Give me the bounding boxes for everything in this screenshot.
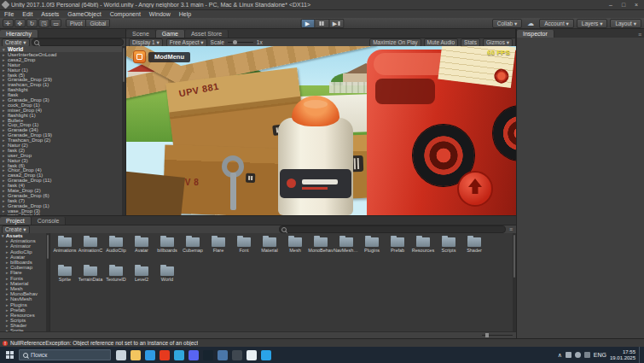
- maximize-button[interactable]: □: [618, 1, 629, 9]
- project-search-input[interactable]: [288, 227, 503, 232]
- folder-item[interactable]: Font: [231, 236, 257, 263]
- tab-hierarchy[interactable]: Hierarchy: [0, 30, 38, 38]
- menu-item[interactable]: Window: [145, 10, 175, 18]
- tray-icon[interactable]: [566, 352, 571, 358]
- panel-menu-icon[interactable]: ≡: [635, 32, 644, 38]
- stats-toggle[interactable]: Stats: [461, 38, 480, 47]
- menu-item[interactable]: File: [0, 10, 18, 18]
- hierarchy-search-input[interactable]: [41, 40, 121, 45]
- unity-logo-icon: [2, 1, 10, 9]
- cloud-services-icon[interactable]: ☁: [525, 19, 537, 28]
- scale-slider[interactable]: [228, 42, 253, 43]
- minimize-button[interactable]: –: [606, 1, 616, 9]
- menu-item[interactable]: Assets: [37, 10, 63, 18]
- collab-dropdown[interactable]: Collab ▾: [492, 19, 523, 28]
- mute-audio-toggle[interactable]: Mute Audio: [424, 38, 459, 47]
- panel-menu-icon[interactable]: ≡: [508, 226, 514, 232]
- pause-button[interactable]: [315, 19, 329, 28]
- hierarchy-create-button[interactable]: Create ▾: [2, 38, 30, 47]
- project-grid-scrollbar[interactable]: [513, 233, 516, 331]
- folder-item[interactable]: billboards: [154, 236, 180, 263]
- pinned-app-icon[interactable]: [247, 350, 257, 360]
- pinned-app-icon[interactable]: [261, 350, 271, 360]
- folder-icon: [84, 266, 97, 276]
- folder-item[interactable]: Shader: [461, 236, 487, 263]
- rect-tool-icon[interactable]: ▭: [50, 19, 61, 27]
- account-dropdown[interactable]: Account ▾: [539, 19, 574, 28]
- folder-icon: [339, 237, 353, 247]
- move-tool-icon[interactable]: ✜: [15, 19, 26, 27]
- folder-item[interactable]: TerrainData: [78, 265, 103, 292]
- scale-tool-icon[interactable]: ◳: [38, 19, 49, 27]
- tab-inspector[interactable]: Inspector: [517, 30, 554, 38]
- close-button[interactable]: ×: [631, 1, 641, 9]
- menu-item[interactable]: GameObject: [63, 10, 105, 18]
- menu-item[interactable]: Edit: [18, 10, 37, 18]
- tray-expand-icon[interactable]: ∧: [558, 347, 562, 363]
- folder-item[interactable]: NavMeshOb: [334, 236, 359, 263]
- maximize-on-play-toggle[interactable]: Maximize On Play: [369, 38, 421, 47]
- hierarchy-scene-row[interactable]: ▾ World: [0, 46, 125, 52]
- project-tree-scrollbar[interactable]: [46, 233, 49, 331]
- folder-item[interactable]: Resources: [410, 236, 436, 263]
- folder-item[interactable]: Level2: [129, 265, 154, 292]
- pivot-toggle[interactable]: Pivot: [66, 19, 86, 27]
- gizmos-dropdown[interactable]: Gizmos ▾: [483, 38, 513, 47]
- pinned-app-icon[interactable]: [174, 350, 184, 360]
- start-button[interactable]: [0, 347, 19, 363]
- pinned-app-icon[interactable]: [145, 350, 155, 360]
- bottle-body: [278, 118, 353, 215]
- pinned-app-icon[interactable]: [203, 350, 213, 360]
- folder-item[interactable]: Prefab: [385, 236, 410, 263]
- language-indicator[interactable]: ENG: [594, 352, 606, 358]
- layout-dropdown[interactable]: Layout ▾: [610, 19, 641, 28]
- folder-item[interactable]: Cubemap: [180, 236, 206, 263]
- folder-item[interactable]: Scripts: [436, 236, 461, 263]
- folder-item[interactable]: Material: [257, 236, 282, 263]
- folder-item[interactable]: Avatar: [129, 236, 154, 263]
- layers-dropdown[interactable]: Layers ▾: [577, 19, 608, 28]
- tray-icon[interactable]: [584, 352, 590, 358]
- menu-item[interactable]: Component: [106, 10, 145, 18]
- jump-button[interactable]: [457, 171, 493, 207]
- tab-console[interactable]: Console: [32, 217, 67, 225]
- menu-item[interactable]: Help: [175, 10, 195, 18]
- tab-project[interactable]: Project: [0, 217, 32, 225]
- pinned-app-icon[interactable]: [116, 350, 126, 360]
- project-create-button[interactable]: Create ▾: [2, 225, 30, 234]
- tray-icon[interactable]: [575, 352, 581, 358]
- folder-item[interactable]: TextureID: [103, 265, 129, 292]
- tab-asset-store[interactable]: Asset Store: [185, 30, 229, 38]
- pinned-app-icon[interactable]: [131, 350, 141, 360]
- folder-item[interactable]: AnimationC: [78, 236, 103, 263]
- hierarchy-scrollbar[interactable]: [122, 46, 125, 215]
- display-dropdown[interactable]: Display 1 ▾: [129, 38, 163, 47]
- rotate-tool-icon[interactable]: ↻: [26, 19, 38, 27]
- taskbar-search[interactable]: Поиск: [19, 349, 111, 360]
- play-button[interactable]: ▶: [300, 19, 315, 28]
- status-bar[interactable]: ! NullReferenceException: Object referen…: [0, 338, 644, 347]
- icon-size-slider[interactable]: [482, 335, 513, 336]
- pinned-app-icon[interactable]: [218, 350, 228, 360]
- pinned-app-icon[interactable]: [160, 350, 170, 360]
- mod-menu-button[interactable]: ModMenu: [133, 50, 190, 63]
- folder-item[interactable]: Mesh: [282, 236, 308, 263]
- folder-item[interactable]: AudioClip: [103, 236, 129, 263]
- pinned-app-icon[interactable]: [189, 350, 199, 360]
- folder-item[interactable]: World: [154, 265, 180, 292]
- folder-item[interactable]: Plugins: [359, 236, 385, 263]
- tab-scene[interactable]: Scene: [126, 30, 156, 38]
- up-arrow-stem: [473, 186, 479, 194]
- pinned-app-icon[interactable]: [232, 350, 242, 360]
- tab-game[interactable]: Game: [156, 30, 185, 38]
- folder-item[interactable]: Animations: [52, 236, 78, 263]
- show-desktop-button[interactable]: [639, 347, 642, 363]
- step-button[interactable]: ▶: [329, 19, 344, 28]
- folder-item[interactable]: Sprite: [52, 265, 78, 292]
- aspect-dropdown[interactable]: Free Aspect ▾: [166, 38, 207, 47]
- folder-item[interactable]: MonoBehav: [308, 236, 334, 263]
- global-toggle[interactable]: Global: [86, 19, 110, 27]
- taskbar-clock[interactable]: 17:55 19.01.2025: [610, 349, 635, 361]
- folder-item[interactable]: Flare: [206, 236, 231, 263]
- hand-tool-icon[interactable]: ✛: [3, 19, 14, 27]
